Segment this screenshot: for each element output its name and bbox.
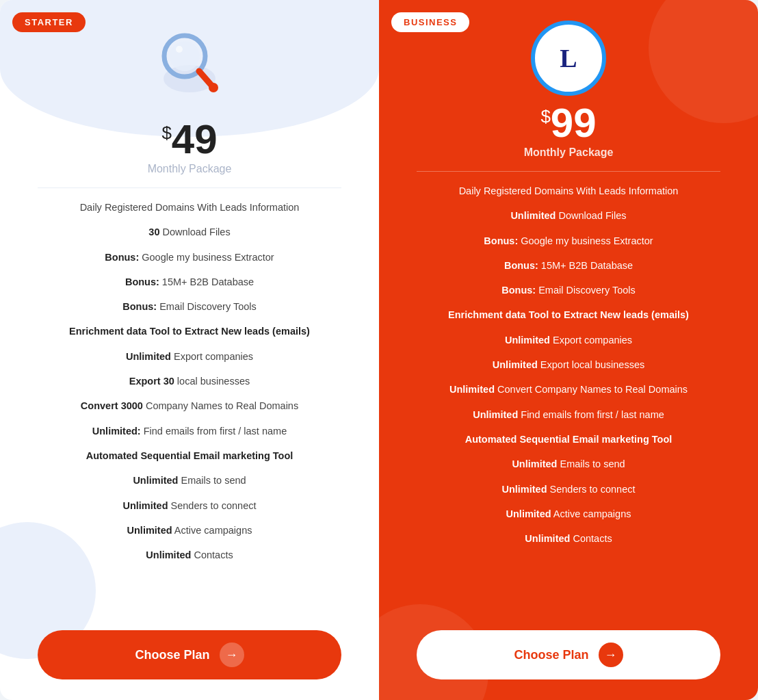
starter-feature-item: Convert 3000 Company Names to Real Domai… [21, 393, 358, 418]
starter-feature-item: Unlimited Senders to connect [21, 493, 358, 518]
business-btn-arrow-icon: → [599, 643, 623, 667]
starter-feature-item: Export 30 local businesses [21, 369, 358, 393]
starter-period: Monthly Package [148, 163, 232, 175]
svg-point-5 [176, 46, 183, 53]
business-amount: 99 [551, 100, 597, 146]
business-feature-item: Unlimited Convert Company Names to Real … [400, 377, 737, 402]
starter-features-list: Daily Registered Domains With Leads Info… [0, 195, 379, 567]
business-button-label: Choose Plan [514, 648, 588, 662]
svg-point-2 [170, 41, 200, 71]
starter-feature-item: Bonus: Email Discovery Tools [21, 294, 358, 319]
business-feature-item: Unlimited Find emails from first / last … [400, 402, 737, 427]
clock-face: L [535, 25, 602, 92]
starter-feature-item: Automated Sequential Email marketing Too… [21, 443, 358, 468]
starter-divider [38, 187, 341, 188]
business-feature-item: Bonus: 15M+ B2B Database [400, 253, 737, 278]
business-feature-item: Unlimited Senders to connect [400, 477, 737, 502]
business-feature-item: Unlimited Emails to send [400, 452, 737, 476]
starter-badge: STARTER [12, 12, 86, 32]
business-plan: BUSINESS L $99 Monthly Package Daily Reg… [379, 0, 758, 700]
starter-icon [145, 21, 234, 112]
starter-feature-item: Unlimited Contacts [21, 543, 358, 567]
starter-feature-item: Daily Registered Domains With Leads Info… [21, 195, 358, 220]
plans-container: STARTER $49 Monthly Package Daily Regist… [0, 0, 758, 700]
business-feature-item: Bonus: Google my business Extractor [400, 229, 737, 253]
business-feature-item: Unlimited Active campaigns [400, 502, 737, 526]
business-badge: BUSINESS [391, 12, 469, 32]
business-feature-item: Unlimited Download Files [400, 203, 737, 228]
starter-choose-btn-wrapper: Choose Plan → [38, 617, 341, 679]
business-feature-item: Daily Registered Domains With Leads Info… [400, 179, 737, 203]
business-period: Monthly Package [524, 146, 614, 159]
clock-icon: L [531, 21, 606, 96]
starter-plan: STARTER $49 Monthly Package Daily Regist… [0, 0, 379, 700]
starter-feature-item: 30 Download Files [21, 220, 358, 244]
starter-feature-item: Unlimited: Find emails from first / last… [21, 419, 358, 443]
starter-feature-item: Bonus: 15M+ B2B Database [21, 270, 358, 294]
starter-feature-item: Unlimited Export companies [21, 344, 358, 369]
starter-feature-item: Unlimited Emails to send [21, 468, 358, 493]
business-bg-blob-top [649, 0, 758, 123]
starter-amount: 49 [172, 116, 218, 162]
svg-point-4 [209, 83, 218, 92]
business-feature-item: Unlimited Export local businesses [400, 352, 737, 377]
starter-feature-item: Bonus: Google my business Extractor [21, 245, 358, 270]
starter-feature-item: Unlimited Active campaigns [21, 518, 358, 543]
business-divider [417, 171, 720, 172]
starter-feature-item: Enrichment data Tool to Extract New lead… [21, 319, 358, 343]
business-features-list: Daily Registered Domains With Leads Info… [379, 179, 758, 551]
starter-btn-arrow-icon: → [220, 643, 244, 667]
starter-choose-plan-button[interactable]: Choose Plan → [38, 630, 341, 679]
business-choose-btn-wrapper: Choose Plan → [417, 617, 720, 679]
starter-price-block: $49 Monthly Package [148, 119, 232, 175]
business-feature-item: Bonus: Email Discovery Tools [400, 278, 737, 302]
business-feature-item: Unlimited Contacts [400, 526, 737, 551]
business-icon: L [531, 21, 606, 96]
business-feature-item: Automated Sequential Email marketing Too… [400, 427, 737, 452]
magnifier-icon [145, 21, 234, 109]
clock-letter: L [560, 43, 577, 73]
business-feature-item: Unlimited Export companies [400, 328, 737, 352]
business-price-block: $99 Monthly Package [524, 103, 614, 159]
business-currency: $ [540, 106, 550, 127]
starter-button-label: Choose Plan [135, 648, 209, 662]
business-choose-plan-button[interactable]: Choose Plan → [417, 630, 720, 679]
business-feature-item: Enrichment data Tool to Extract New lead… [400, 302, 737, 327]
starter-currency: $ [161, 122, 171, 143]
